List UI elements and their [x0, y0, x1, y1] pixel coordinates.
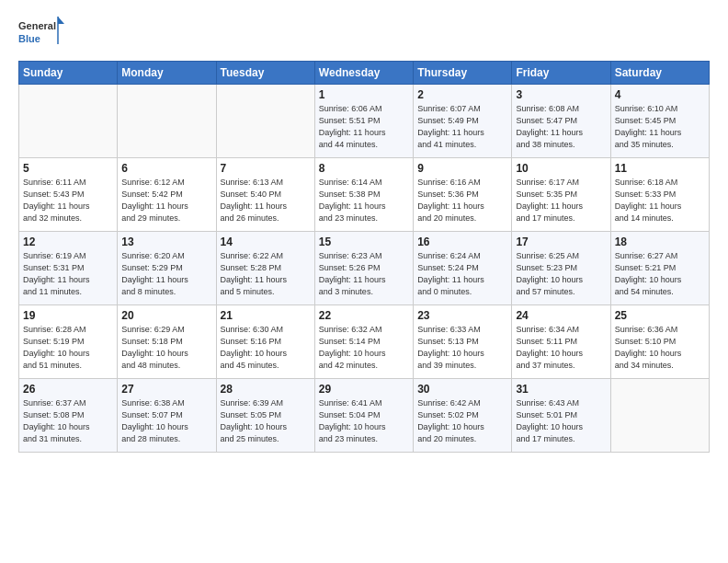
day-info: Sunrise: 6:10 AM Sunset: 5:45 PM Dayligh… — [615, 103, 705, 151]
day-info: Sunrise: 6:23 AM Sunset: 5:26 PM Dayligh… — [319, 250, 409, 298]
page-container: General Blue SundayMondayTuesdayWednesda… — [0, 0, 728, 462]
logo: General Blue — [18, 15, 64, 50]
calendar-cell: 18Sunrise: 6:27 AM Sunset: 5:21 PM Dayli… — [610, 232, 709, 305]
svg-text:General: General — [18, 20, 56, 31]
day-info: Sunrise: 6:14 AM Sunset: 5:38 PM Dayligh… — [319, 177, 409, 224]
calendar-cell: 5Sunrise: 6:11 AM Sunset: 5:43 PM Daylig… — [19, 158, 118, 232]
header-row: SundayMondayTuesdayWednesdayThursdayFrid… — [19, 62, 710, 85]
day-info: Sunrise: 6:12 AM Sunset: 5:42 PM Dayligh… — [121, 177, 211, 224]
calendar-cell: 11Sunrise: 6:18 AM Sunset: 5:33 PM Dayli… — [610, 158, 709, 232]
col-header-friday: Friday — [512, 62, 610, 85]
calendar-cell: 23Sunrise: 6:33 AM Sunset: 5:13 PM Dayli… — [414, 305, 512, 379]
day-number: 10 — [516, 162, 606, 175]
day-number: 19 — [23, 309, 113, 322]
day-number: 20 — [121, 309, 211, 322]
day-info: Sunrise: 6:16 AM Sunset: 5:36 PM Dayligh… — [417, 177, 507, 224]
calendar-cell: 6Sunrise: 6:12 AM Sunset: 5:42 PM Daylig… — [118, 158, 216, 232]
col-header-tuesday: Tuesday — [216, 62, 314, 85]
day-number: 13 — [121, 236, 211, 248]
calendar-cell: 30Sunrise: 6:42 AM Sunset: 5:02 PM Dayli… — [414, 379, 512, 453]
col-header-wednesday: Wednesday — [314, 62, 413, 85]
svg-text:Blue: Blue — [18, 33, 40, 44]
calendar-cell: 15Sunrise: 6:23 AM Sunset: 5:26 PM Dayli… — [314, 232, 413, 305]
calendar-cell: 4Sunrise: 6:10 AM Sunset: 5:45 PM Daylig… — [610, 85, 709, 158]
day-info: Sunrise: 6:39 AM Sunset: 5:05 PM Dayligh… — [221, 397, 311, 445]
week-row-5: 26Sunrise: 6:37 AM Sunset: 5:08 PM Dayli… — [19, 379, 710, 453]
calendar-cell: 17Sunrise: 6:25 AM Sunset: 5:23 PM Dayli… — [512, 232, 610, 305]
day-info: Sunrise: 6:17 AM Sunset: 5:35 PM Dayligh… — [516, 177, 606, 224]
day-number: 31 — [516, 383, 606, 396]
day-number: 3 — [516, 88, 606, 101]
week-row-1: 1Sunrise: 6:06 AM Sunset: 5:51 PM Daylig… — [19, 85, 710, 158]
calendar-cell: 16Sunrise: 6:24 AM Sunset: 5:24 PM Dayli… — [414, 232, 512, 305]
logo-svg: General Blue — [18, 15, 64, 50]
calendar-cell: 10Sunrise: 6:17 AM Sunset: 5:35 PM Dayli… — [512, 158, 610, 232]
day-number: 4 — [615, 88, 705, 101]
day-info: Sunrise: 6:30 AM Sunset: 5:16 PM Dayligh… — [221, 324, 311, 372]
day-number: 15 — [319, 236, 409, 248]
day-info: Sunrise: 6:06 AM Sunset: 5:51 PM Dayligh… — [319, 103, 409, 151]
svg-marker-2 — [58, 17, 64, 24]
day-number: 1 — [319, 88, 409, 101]
day-number: 22 — [319, 309, 409, 322]
calendar-cell: 2Sunrise: 6:07 AM Sunset: 5:49 PM Daylig… — [414, 85, 512, 158]
col-header-sunday: Sunday — [19, 62, 118, 85]
calendar-cell — [216, 85, 314, 158]
calendar-cell — [19, 85, 118, 158]
day-info: Sunrise: 6:24 AM Sunset: 5:24 PM Dayligh… — [417, 250, 507, 298]
day-number: 11 — [615, 162, 705, 175]
week-row-3: 12Sunrise: 6:19 AM Sunset: 5:31 PM Dayli… — [19, 232, 710, 305]
day-info: Sunrise: 6:18 AM Sunset: 5:33 PM Dayligh… — [615, 177, 705, 224]
col-header-thursday: Thursday — [414, 62, 512, 85]
calendar-cell: 13Sunrise: 6:20 AM Sunset: 5:29 PM Dayli… — [118, 232, 216, 305]
day-info: Sunrise: 6:42 AM Sunset: 5:02 PM Dayligh… — [417, 397, 507, 445]
day-number: 6 — [121, 162, 211, 175]
day-info: Sunrise: 6:29 AM Sunset: 5:18 PM Dayligh… — [121, 324, 211, 372]
day-number: 7 — [221, 162, 311, 175]
day-number: 27 — [121, 383, 211, 396]
calendar-table: SundayMondayTuesdayWednesdayThursdayFrid… — [18, 61, 710, 453]
calendar-cell: 19Sunrise: 6:28 AM Sunset: 5:19 PM Dayli… — [19, 305, 118, 379]
day-number: 18 — [615, 236, 705, 248]
calendar-cell: 22Sunrise: 6:32 AM Sunset: 5:14 PM Dayli… — [314, 305, 413, 379]
day-info: Sunrise: 6:38 AM Sunset: 5:07 PM Dayligh… — [121, 397, 211, 445]
calendar-cell: 28Sunrise: 6:39 AM Sunset: 5:05 PM Dayli… — [216, 379, 314, 453]
calendar-cell: 14Sunrise: 6:22 AM Sunset: 5:28 PM Dayli… — [216, 232, 314, 305]
calendar-cell: 20Sunrise: 6:29 AM Sunset: 5:18 PM Dayli… — [118, 305, 216, 379]
calendar-cell: 31Sunrise: 6:43 AM Sunset: 5:01 PM Dayli… — [512, 379, 610, 453]
day-number: 2 — [417, 88, 507, 101]
day-info: Sunrise: 6:13 AM Sunset: 5:40 PM Dayligh… — [221, 177, 311, 224]
week-row-2: 5Sunrise: 6:11 AM Sunset: 5:43 PM Daylig… — [19, 158, 710, 232]
day-info: Sunrise: 6:08 AM Sunset: 5:47 PM Dayligh… — [516, 103, 606, 151]
calendar-cell: 21Sunrise: 6:30 AM Sunset: 5:16 PM Dayli… — [216, 305, 314, 379]
calendar-cell: 7Sunrise: 6:13 AM Sunset: 5:40 PM Daylig… — [216, 158, 314, 232]
day-number: 24 — [516, 309, 606, 322]
day-number: 16 — [417, 236, 507, 248]
calendar-cell: 24Sunrise: 6:34 AM Sunset: 5:11 PM Dayli… — [512, 305, 610, 379]
day-info: Sunrise: 6:25 AM Sunset: 5:23 PM Dayligh… — [516, 250, 606, 298]
day-info: Sunrise: 6:34 AM Sunset: 5:11 PM Dayligh… — [516, 324, 606, 372]
calendar-cell — [610, 379, 709, 453]
day-number: 9 — [417, 162, 507, 175]
header: General Blue — [18, 15, 710, 50]
day-info: Sunrise: 6:43 AM Sunset: 5:01 PM Dayligh… — [516, 397, 606, 445]
day-info: Sunrise: 6:33 AM Sunset: 5:13 PM Dayligh… — [417, 324, 507, 372]
day-info: Sunrise: 6:07 AM Sunset: 5:49 PM Dayligh… — [417, 103, 507, 151]
calendar-cell: 12Sunrise: 6:19 AM Sunset: 5:31 PM Dayli… — [19, 232, 118, 305]
week-row-4: 19Sunrise: 6:28 AM Sunset: 5:19 PM Dayli… — [19, 305, 710, 379]
day-info: Sunrise: 6:20 AM Sunset: 5:29 PM Dayligh… — [121, 250, 211, 298]
calendar-cell: 1Sunrise: 6:06 AM Sunset: 5:51 PM Daylig… — [314, 85, 413, 158]
calendar-cell: 27Sunrise: 6:38 AM Sunset: 5:07 PM Dayli… — [118, 379, 216, 453]
day-info: Sunrise: 6:11 AM Sunset: 5:43 PM Dayligh… — [23, 177, 113, 224]
day-number: 23 — [417, 309, 507, 322]
day-number: 30 — [417, 383, 507, 396]
col-header-monday: Monday — [118, 62, 216, 85]
calendar-cell: 3Sunrise: 6:08 AM Sunset: 5:47 PM Daylig… — [512, 85, 610, 158]
day-number: 29 — [319, 383, 409, 396]
col-header-saturday: Saturday — [610, 62, 709, 85]
day-number: 25 — [615, 309, 705, 322]
day-info: Sunrise: 6:32 AM Sunset: 5:14 PM Dayligh… — [319, 324, 409, 372]
day-number: 28 — [221, 383, 311, 396]
calendar-cell: 25Sunrise: 6:36 AM Sunset: 5:10 PM Dayli… — [610, 305, 709, 379]
day-info: Sunrise: 6:28 AM Sunset: 5:19 PM Dayligh… — [23, 324, 113, 372]
